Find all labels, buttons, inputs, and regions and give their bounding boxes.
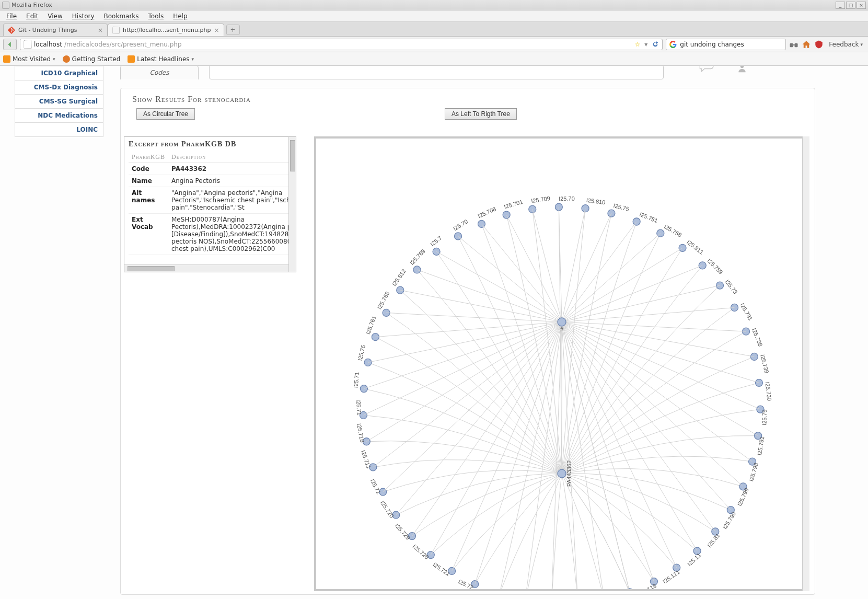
graph-node-label: I25.730 [764, 382, 772, 401]
feedback-button[interactable]: Feedback▾ [827, 41, 865, 48]
window-close[interactable]: × [857, 2, 866, 9]
graph-node-label: I25.810 [586, 197, 606, 205]
scrollbar-thumb[interactable] [290, 140, 295, 171]
window-maximize[interactable]: □ [846, 2, 855, 9]
menu-tools[interactable]: Tools [144, 11, 168, 21]
graph-node-label: I25.790 [722, 511, 737, 531]
graph-node-label: I25.70 [559, 195, 575, 202]
menu-view[interactable]: View [43, 11, 66, 21]
tab-label: Git - Undoing Things [18, 27, 77, 33]
graph-node-label: I25.751 [639, 211, 659, 224]
graph-node[interactable] [716, 282, 724, 289]
new-tab-button[interactable]: + [226, 25, 240, 35]
excerpt-row: Ext VocabMeSH:D000787(Angina Pectoris),M… [129, 214, 288, 255]
graph-node-label: I25.728 [411, 543, 430, 560]
window-minimize[interactable]: _ [836, 2, 845, 9]
graph-node[interactable] [397, 286, 404, 294]
excerpt-horizontal-scrollbar[interactable] [124, 264, 288, 272]
graph-node-label: I25.71 [352, 372, 360, 388]
url-bar[interactable]: localhost/medicalcodes/src/present_menu.… [20, 39, 663, 50]
graph-node-label: I25.70 [452, 218, 469, 232]
reload-icon[interactable] [652, 41, 659, 48]
user-icon[interactable] [737, 66, 747, 73]
graph-root-label: # [560, 326, 564, 332]
graph-node-label: I25.111 [662, 569, 681, 585]
results-title: Show Results For stenocardia [126, 95, 809, 104]
firefox-icon [63, 55, 70, 63]
chevron-down-icon: ▾ [53, 56, 55, 62]
tab-close-icon[interactable]: × [98, 27, 103, 34]
speech-arrow-icon[interactable] [698, 66, 716, 74]
chevron-down-icon: ▾ [860, 42, 863, 47]
graph-node[interactable] [478, 220, 485, 227]
bookmark-getting-started[interactable]: Getting Started [63, 55, 121, 63]
bookmark-most-visited[interactable]: Most Visited▾ [3, 55, 55, 63]
tab-close-icon[interactable]: × [214, 27, 219, 34]
excerpt-frame: Excerpt from PharmKGB DB PharmKGB Descri… [124, 136, 296, 272]
results-panel: Show Results For stenocardia As Circular… [120, 88, 815, 595]
menu-history[interactable]: History [68, 11, 99, 21]
graph-node-label: I25.739 [759, 354, 770, 374]
url-dropdown-icon[interactable]: ▾ [644, 41, 647, 48]
menu-bookmarks[interactable]: Bookmarks [100, 11, 143, 21]
graph-node[interactable] [633, 218, 640, 225]
graph-node-label: I25.79 [761, 409, 768, 425]
window-title: Mozilla Firefox [11, 2, 52, 8]
tab-git-undoing[interactable]: Git - Undoing Things × [3, 24, 108, 36]
graph-hub-label: PA443362 [566, 460, 572, 487]
google-icon [669, 41, 677, 48]
graph-frame: I25.119I25.110I20.8I20I20.9I20.1I25.72I2… [314, 136, 809, 591]
nav-loinc[interactable]: LOINC [15, 123, 103, 137]
search-box[interactable]: git undoing changes [666, 39, 786, 50]
back-button[interactable] [3, 39, 17, 50]
graph-node-label: I25.798 [748, 462, 759, 482]
bookmark-label: Latest Headlines [137, 55, 189, 63]
chevron-down-icon: ▾ [192, 56, 194, 62]
svg-rect-1 [795, 43, 798, 47]
tab-codes[interactable]: Codes [120, 66, 199, 79]
as-left-to-right-tree-button[interactable]: As Left To Rigth Tree [445, 108, 517, 120]
graph-node-label: I25.729 [394, 522, 411, 541]
graph-node-label: I25.718 [356, 423, 365, 443]
excerpt-row: Alt names"Angina","Angina pectoris","Ang… [129, 187, 288, 214]
graph-node[interactable] [626, 589, 633, 589]
menu-help[interactable]: Help [169, 11, 191, 21]
excerpt-row-label: Alt names [129, 187, 168, 214]
bookmark-latest-headlines[interactable]: Latest Headlines▾ [128, 55, 194, 63]
site-identity-icon[interactable] [24, 40, 32, 49]
window-titlebar: Mozilla Firefox _ □ × [0, 0, 868, 10]
as-circular-tree-button[interactable]: As Circular Tree [136, 108, 195, 120]
graph-node-label: I25.701 [503, 199, 524, 210]
back-arrow-icon [6, 41, 14, 48]
binoculars-icon[interactable] [789, 40, 798, 49]
tab-localhost-active[interactable]: http://localho...sent_menu.php × [108, 24, 224, 36]
nav-icd10-graphical[interactable]: ICD10 Graphical [15, 66, 103, 80]
nav-cms-sg[interactable]: CMS-SG Surgical [15, 95, 103, 109]
excerpt-row-value: Angina Pectoris [168, 175, 288, 187]
abp-icon[interactable] [814, 40, 824, 49]
bookmark-star-icon[interactable]: ☆ [635, 41, 641, 48]
menu-edit[interactable]: Edit [22, 11, 42, 21]
scrollbar-thumb[interactable] [128, 266, 175, 271]
graph-vertical-scrollbar[interactable] [802, 136, 809, 591]
nav-ndc[interactable]: NDC Medications [15, 109, 103, 123]
graph-node-label: I25.118 [638, 582, 657, 589]
code-search-input[interactable] [209, 66, 664, 79]
home-icon[interactable] [802, 40, 811, 49]
graph-node-label: I25.71 [355, 399, 362, 416]
graph-root-node[interactable] [558, 318, 566, 326]
url-path: /medicalcodes/src/present_menu.php [64, 41, 182, 48]
excerpt-table: PharmKGB Description CodePA443362NameAng… [129, 152, 288, 255]
generic-page-icon [112, 27, 120, 34]
radial-tree-graph[interactable]: I25.119I25.110I20.8I20I20.9I20.1I25.72I2… [316, 139, 807, 589]
tab-label: http://localho...sent_menu.php [123, 27, 211, 33]
menu-file[interactable]: File [2, 11, 21, 21]
graph-node-label: I25.73 [724, 279, 739, 295]
excerpt-vertical-scrollbar[interactable] [288, 137, 296, 272]
graph-node-label: I25.768 [376, 291, 391, 310]
rss-icon [128, 55, 135, 63]
graph-node-label: I25.708 [477, 205, 497, 219]
graph-node-label: I25.709 [531, 195, 551, 204]
graph-hub-node[interactable] [558, 469, 566, 478]
nav-cms-dx[interactable]: CMS-Dx Diagnosis [15, 80, 103, 95]
